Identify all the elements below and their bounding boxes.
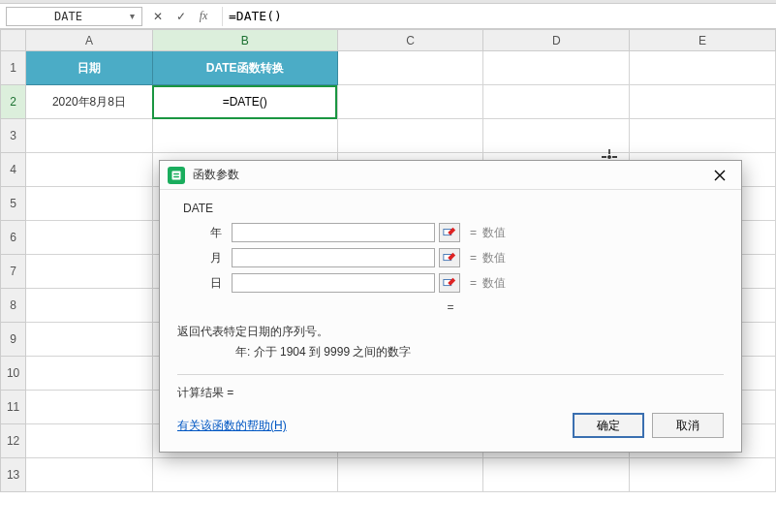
cell[interactable]: [152, 119, 337, 153]
dialog-function-name: DATE: [183, 202, 724, 215]
param-input-year[interactable]: [232, 223, 435, 242]
param-row-month: 月 = 数值: [177, 248, 724, 267]
cell-A1[interactable]: 日期: [26, 51, 153, 85]
cancel-button[interactable]: 取消: [652, 413, 724, 438]
col-header-C[interactable]: C: [337, 30, 483, 51]
row-header-5[interactable]: 5: [1, 187, 26, 221]
cell-A2[interactable]: 2020年8月8日: [26, 85, 153, 119]
col-header-A[interactable]: A: [26, 30, 153, 51]
dialog-separator: [177, 374, 724, 375]
cell[interactable]: [26, 391, 153, 424]
cell[interactable]: [483, 119, 630, 153]
param-eq: =: [470, 276, 477, 290]
ok-button[interactable]: 确定: [573, 413, 644, 438]
param-label-year: 年: [177, 225, 232, 241]
cell-C1[interactable]: [337, 51, 483, 85]
cell[interactable]: [26, 153, 153, 187]
cell[interactable]: [630, 119, 776, 153]
param-label-day: 日: [177, 275, 232, 292]
cell[interactable]: [26, 221, 153, 255]
dialog-function-description: 返回代表特定日期的序列号。: [177, 324, 724, 340]
name-box[interactable]: DATE ▾: [6, 7, 142, 26]
param-row-year: 年 = 数值: [177, 223, 724, 242]
cell[interactable]: [483, 458, 630, 492]
param-label-month: 月: [177, 250, 232, 266]
cell[interactable]: [26, 119, 153, 153]
cell-B2-active[interactable]: =DATE(): [152, 85, 337, 119]
fx-icon[interactable]: fx: [193, 7, 214, 26]
dialog-titlebar[interactable]: 函数参数: [160, 161, 741, 190]
param-input-day[interactable]: [232, 273, 435, 293]
param-hint-month: 数值: [482, 250, 506, 266]
dialog-calculation-result: 计算结果 =: [177, 385, 724, 401]
cell-E1[interactable]: [630, 51, 776, 85]
cell[interactable]: [26, 187, 153, 221]
cell[interactable]: [337, 458, 483, 492]
range-select-icon: [443, 251, 456, 265]
param-eq: =: [470, 251, 477, 265]
formula-bar-actions: ✕ ✓ fx: [146, 7, 214, 26]
cell-E2[interactable]: [630, 85, 776, 119]
close-icon: [714, 170, 726, 181]
col-header-E[interactable]: E: [630, 30, 776, 51]
range-select-icon: [443, 226, 456, 239]
formula-input[interactable]: [222, 7, 770, 26]
row-header-6[interactable]: 6: [1, 221, 26, 255]
cell-B1[interactable]: DATE函数转换: [152, 51, 337, 85]
cell-C2[interactable]: [337, 85, 483, 119]
dialog-argument-description: 年: 介于 1904 到 9999 之间的数字: [235, 344, 724, 360]
name-box-text: DATE: [11, 10, 126, 23]
cell-D2[interactable]: [483, 85, 630, 119]
row-header-11[interactable]: 11: [1, 391, 26, 424]
name-box-dropdown-icon[interactable]: ▾: [126, 11, 138, 21]
dialog-result-equals: =: [177, 300, 724, 314]
row-header-7[interactable]: 7: [1, 255, 26, 289]
dialog-close-button[interactable]: [706, 165, 733, 186]
row-header-4[interactable]: 4: [1, 153, 26, 187]
cell[interactable]: [152, 458, 337, 492]
cell[interactable]: [337, 119, 483, 153]
col-header-D[interactable]: D: [483, 30, 630, 51]
select-all-corner[interactable]: [1, 30, 26, 51]
cell[interactable]: [26, 424, 153, 458]
cell[interactable]: [26, 323, 153, 357]
param-hint-year: 数值: [482, 225, 506, 241]
range-select-button[interactable]: [439, 273, 460, 293]
row-header-10[interactable]: 10: [1, 357, 26, 391]
param-input-month[interactable]: [232, 248, 435, 267]
function-arguments-dialog: 函数参数 DATE 年 = 数值 月 = 数值 日: [159, 160, 742, 453]
param-eq: =: [470, 226, 477, 239]
col-header-B[interactable]: B: [152, 30, 337, 51]
cancel-formula-icon[interactable]: ✕: [146, 7, 170, 26]
formula-bar: DATE ▾ ✕ ✓ fx: [0, 4, 776, 29]
param-row-day: 日 = 数值: [177, 273, 724, 293]
row-header-3[interactable]: 3: [1, 119, 26, 153]
cell[interactable]: [630, 458, 776, 492]
cell[interactable]: [26, 357, 153, 391]
row-header-9[interactable]: 9: [1, 323, 26, 357]
param-hint-day: 数值: [482, 275, 506, 292]
range-select-icon: [443, 276, 456, 290]
dialog-title: 函数参数: [193, 167, 706, 183]
range-select-button[interactable]: [439, 248, 460, 267]
confirm-formula-icon[interactable]: ✓: [170, 7, 193, 26]
row-header-12[interactable]: 12: [1, 424, 26, 458]
cell-D1[interactable]: [483, 51, 630, 85]
cell[interactable]: [26, 458, 153, 492]
row-header-8[interactable]: 8: [1, 289, 26, 323]
cell[interactable]: [26, 255, 153, 289]
cell[interactable]: [26, 289, 153, 323]
dialog-help-link[interactable]: 有关该函数的帮助(H): [177, 418, 287, 434]
row-header-13[interactable]: 13: [1, 458, 26, 492]
row-header-2[interactable]: 2: [1, 85, 26, 119]
range-select-button[interactable]: [439, 223, 460, 242]
app-icon: [168, 167, 185, 184]
dialog-footer: 有关该函数的帮助(H) 确定 取消: [177, 413, 724, 438]
row-header-1[interactable]: 1: [1, 51, 26, 85]
